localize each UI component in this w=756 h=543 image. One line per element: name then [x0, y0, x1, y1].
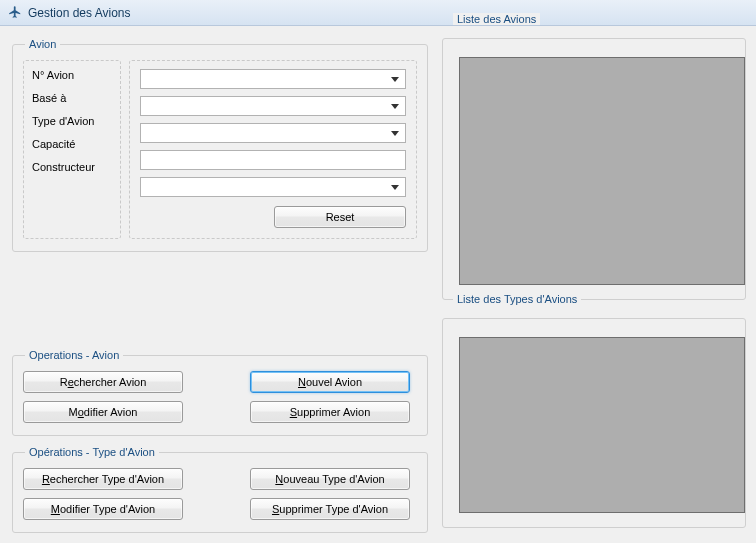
left-column: Avion N° Avion Basé à Type d'Avion Capac… — [12, 38, 428, 533]
liste-avions-grid[interactable] — [459, 57, 745, 285]
page-title: Gestion des Avions — [28, 6, 131, 20]
num-avion-combo[interactable] — [140, 69, 406, 89]
modifier-type-button[interactable]: Modifier Type d'Avion — [23, 498, 183, 520]
spacer — [12, 262, 428, 339]
base-combo[interactable] — [140, 96, 406, 116]
content: Avion N° Avion Basé à Type d'Avion Capac… — [0, 26, 756, 543]
window: Gestion des Avions Avion N° Avion Basé à… — [0, 0, 756, 543]
avion-legend: Avion — [25, 38, 60, 50]
supprimer-type-button[interactable]: Supprimer Type d'Avion — [250, 498, 410, 520]
label-capacite: Capacité — [32, 138, 112, 150]
titlebar: Gestion des Avions — [0, 0, 756, 26]
operations-avion-legend: Operations - Avion — [25, 349, 123, 361]
avion-group: Avion N° Avion Basé à Type d'Avion Capac… — [12, 38, 428, 252]
avion-inputs: Reset — [129, 60, 417, 239]
type-avion-combo[interactable] — [140, 123, 406, 143]
liste-types-panel: Liste des Types d'Avions — [442, 318, 746, 528]
rechercher-type-button[interactable]: Rechercher Type d'Avion — [23, 468, 183, 490]
liste-avions-panel: Liste des Avions — [442, 38, 746, 300]
operations-type-group: Opérations - Type d'Avion Rechercher Typ… — [12, 446, 428, 533]
nouveau-type-button[interactable]: Nouveau Type d'Avion — [250, 468, 410, 490]
label-type: Type d'Avion — [32, 115, 112, 127]
label-constructeur: Constructeur — [32, 161, 112, 173]
constructeur-combo[interactable] — [140, 177, 406, 197]
airplane-icon — [8, 5, 22, 21]
right-column: Liste des Avions Liste des Types d'Avion… — [442, 38, 746, 533]
liste-avions-title: Liste des Avions — [453, 13, 540, 25]
operations-type-legend: Opérations - Type d'Avion — [25, 446, 159, 458]
nouvel-avion-button[interactable]: Nouvel Avion — [250, 371, 410, 393]
reset-button[interactable]: Reset — [274, 206, 406, 228]
label-num-avion: N° Avion — [32, 69, 112, 81]
rechercher-avion-button[interactable]: Rechercher Avion — [23, 371, 183, 393]
liste-types-grid[interactable] — [459, 337, 745, 513]
liste-types-title: Liste des Types d'Avions — [453, 293, 581, 305]
capacite-field[interactable] — [140, 150, 406, 170]
operations-avion-group: Operations - Avion Rechercher Avion Nouv… — [12, 349, 428, 436]
label-base: Basé à — [32, 92, 112, 104]
modifier-avion-button[interactable]: Modifier Avion — [23, 401, 183, 423]
avion-labels: N° Avion Basé à Type d'Avion Capacité Co… — [23, 60, 121, 239]
supprimer-avion-button[interactable]: Supprimer Avion — [250, 401, 410, 423]
